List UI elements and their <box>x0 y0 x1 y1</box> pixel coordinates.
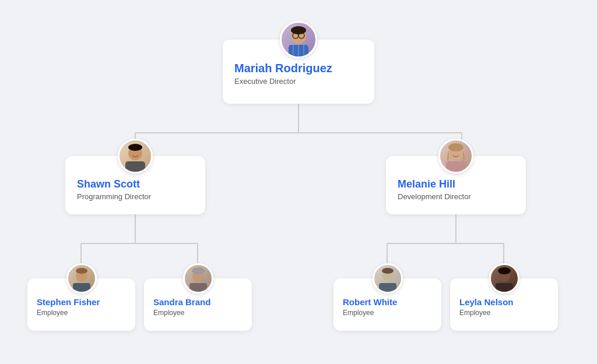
org-chart: Mariah Rodriguez Executive Director Shaw… <box>19 10 578 354</box>
role-sandra: Employee <box>153 309 243 317</box>
avatar-melanie <box>438 139 473 174</box>
svg-rect-36 <box>379 283 396 292</box>
name-sandra: Sandra Brand <box>153 297 243 307</box>
name-melanie: Melanie Hill <box>398 178 514 190</box>
role-melanie: Development Director <box>398 192 514 201</box>
svg-rect-33 <box>189 283 207 292</box>
avatar-robert <box>373 263 403 294</box>
svg-rect-27 <box>446 161 466 172</box>
avatar-leyla <box>489 263 519 294</box>
svg-rect-24 <box>125 161 145 172</box>
svg-point-38 <box>498 267 511 274</box>
svg-rect-30 <box>73 283 90 292</box>
avatar-mariah <box>280 21 317 58</box>
svg-point-29 <box>76 268 87 274</box>
node-melanie-hill[interactable]: Melanie Hill Development Director <box>386 156 526 214</box>
node-leyla-nelson[interactable]: Leyla Nelson Employee <box>450 278 558 331</box>
node-shawn-scott[interactable]: Shawn Scott Programming Director <box>65 156 205 214</box>
role-leyla: Employee <box>459 309 549 317</box>
name-shawn: Shawn Scott <box>77 178 194 190</box>
name-leyla: Leyla Nelson <box>459 297 549 307</box>
svg-point-35 <box>382 268 394 274</box>
node-mariah-rodriguez[interactable]: Mariah Rodriguez Executive Director <box>223 40 374 104</box>
role-robert: Employee <box>343 309 432 317</box>
svg-point-26 <box>448 143 463 151</box>
name-mariah: Mariah Rodriguez <box>234 62 363 75</box>
name-stephen: Stephen Fisher <box>37 297 126 307</box>
avatar-stephen <box>66 263 97 294</box>
node-robert-white[interactable]: Robert White Employee <box>333 278 441 331</box>
role-mariah: Executive Director <box>234 77 363 86</box>
role-stephen: Employee <box>37 309 126 317</box>
svg-point-17 <box>291 26 306 34</box>
avatar-shawn <box>118 139 153 174</box>
svg-point-32 <box>192 267 205 274</box>
node-stephen-fisher[interactable]: Stephen Fisher Employee <box>27 278 135 331</box>
svg-rect-39 <box>496 283 513 292</box>
role-shawn: Programming Director <box>77 192 194 201</box>
name-robert: Robert White <box>343 297 432 307</box>
node-sandra-brand[interactable]: Sandra Brand Employee <box>144 278 252 331</box>
svg-point-23 <box>128 144 142 151</box>
avatar-sandra <box>183 263 213 294</box>
